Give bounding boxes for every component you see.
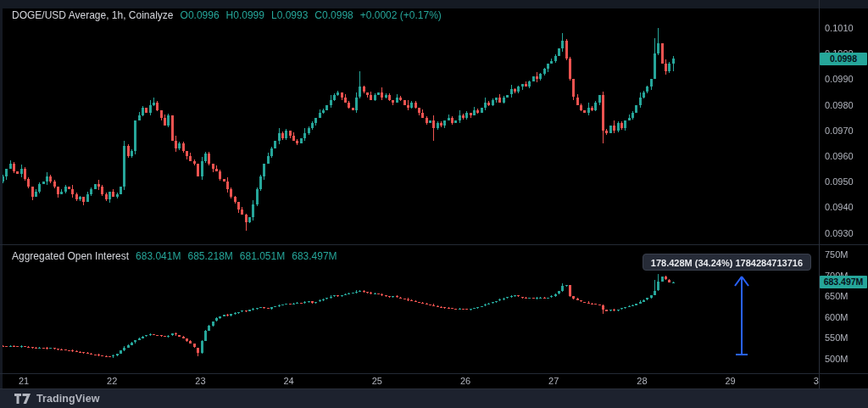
oi-close: 683.497M — [292, 250, 337, 262]
symbol-title[interactable]: DOGE/USD Average, 1h, Coinalyze — [12, 9, 174, 21]
time-tick-label: 23 — [195, 376, 205, 387]
measure-arrow[interactable] — [729, 272, 754, 359]
price-tick-label: 0.0940 — [825, 202, 854, 212]
price-tick-label: 0.0930 — [825, 228, 854, 238]
price-tick-label: 0.0950 — [825, 176, 854, 187]
open-interest-scale[interactable]: 750M700M650M600M550M500M — [820, 244, 868, 373]
price-tick-label: 0.0980 — [825, 100, 854, 110]
ohlc-open: O0.0996 — [181, 9, 220, 21]
oi-tick-label: 600M — [825, 312, 849, 322]
footer-bar: TradingView — [0, 388, 868, 408]
time-tick-label: 28 — [637, 376, 647, 387]
price-tick-label: 0.0960 — [825, 151, 854, 161]
oi-tick-label: 750M — [825, 249, 849, 260]
ohlc-low: L0.0993 — [271, 9, 308, 21]
measure-tooltip: 178.428M (34.24%) 1784284713716 — [643, 254, 811, 271]
oi-tick-label: 550M — [825, 333, 849, 343]
open-interest-legend: Aggregated Open Interest 683.041M 685.21… — [12, 250, 337, 262]
oi-open: 683.041M — [136, 250, 181, 262]
symbol-legend: DOGE/USD Average, 1h, Coinalyze O0.0996 … — [12, 9, 442, 21]
indicator-title[interactable]: Aggregated Open Interest — [12, 250, 129, 262]
price-tick-label: 0.0990 — [825, 74, 854, 84]
price-tick-label: 0.0970 — [825, 126, 854, 136]
oi-high: 685.218M — [187, 250, 232, 262]
price-scale[interactable]: 0.10100.10000.09900.09800.09700.09600.09… — [820, 0, 868, 244]
ohlc-high: H0.0999 — [226, 9, 264, 21]
last-price-label: 0.0998 — [820, 53, 867, 65]
time-axis[interactable]: 21222324252627282930 — [0, 374, 819, 388]
time-tick-label: 21 — [19, 376, 29, 387]
time-tick-label: 25 — [372, 376, 382, 387]
time-tick-label: 22 — [107, 376, 117, 387]
time-tick-label: 27 — [548, 376, 559, 387]
time-tick-label: 24 — [283, 376, 293, 387]
oi-tick-label: 650M — [825, 291, 849, 301]
pane-separator[interactable] — [0, 244, 868, 245]
price-change: +0.0002 (+0.17%) — [360, 9, 442, 21]
window-left-edge — [0, 8, 3, 388]
oi-tick-label: 500M — [825, 354, 849, 364]
last-oi-label: 683.497M — [820, 276, 867, 288]
tradingview-chart-window: DOGE/USD Average, 1h, Coinalyze O0.0996 … — [0, 0, 868, 408]
oi-low: 681.051M — [240, 250, 285, 262]
time-axis-separator — [0, 373, 868, 374]
price-tick-label: 0.1010 — [825, 23, 854, 33]
time-tick-label: 29 — [725, 376, 735, 387]
tradingview-wordmark[interactable]: TradingView — [36, 393, 100, 405]
tradingview-logo-icon[interactable] — [14, 394, 31, 404]
ohlc-close: C0.0998 — [314, 9, 353, 21]
time-tick-label: 26 — [460, 376, 470, 387]
window-top-edge — [0, 0, 868, 8]
